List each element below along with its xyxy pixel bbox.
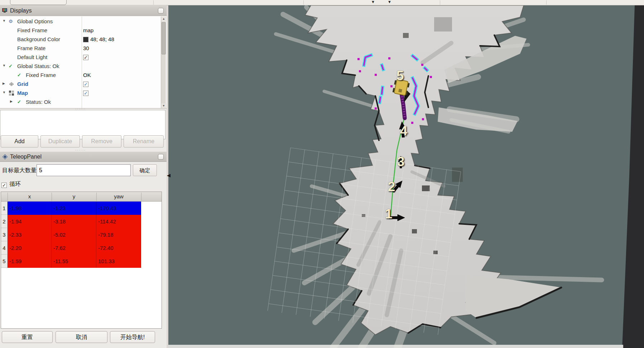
displays-float-button[interactable] (158, 8, 164, 14)
toolbar-separator (546, 0, 547, 5)
displays-panel-titlebar[interactable]: Displays (0, 5, 167, 16)
checkbox-checked[interactable]: ✓ (83, 55, 88, 60)
cell-y[interactable]: -3.18 (52, 215, 96, 228)
toolbar-separator (153, 0, 154, 5)
toolbar-separator (303, 0, 304, 5)
scrollbar-thumb[interactable] (162, 22, 166, 54)
row-label: Default Light (17, 54, 47, 60)
expander-open-icon[interactable]: ▼ (3, 64, 6, 67)
cell-x[interactable]: -2.33 (8, 228, 52, 241)
waypoint-label-3: 3 (397, 154, 405, 169)
cell-yaw[interactable]: -170.43 (96, 202, 141, 215)
goal-count-input[interactable] (37, 164, 131, 176)
table-row[interactable]: 3 -2.33 -5.02 -79.18 (1, 228, 162, 241)
rename-button[interactable]: Rename (124, 135, 164, 148)
cell-yaw[interactable]: -79.18 (96, 228, 141, 241)
table-row[interactable]: 5 -1.59 -11.55 101.33 (1, 255, 162, 268)
teleop-panel-titlebar[interactable]: TeleopPanel (0, 151, 167, 162)
row-label: Grid (17, 81, 28, 87)
row-value[interactable]: 30 (83, 45, 89, 51)
tree-row-background-color[interactable]: Background Color 48; 48; 48 (0, 35, 160, 44)
cell-y[interactable]: -5.02 (52, 228, 96, 241)
row-label: Global Status: Ok (17, 63, 59, 69)
tree-row-global-options[interactable]: ▼ ⚙ Global Options (0, 17, 160, 26)
map-viewport[interactable]: 1 2 3 4 5 (168, 5, 644, 348)
tree-row-fixed-frame-status[interactable]: ✓ Fixed Frame OK (0, 71, 160, 80)
gear-icon: ⚙ (9, 19, 14, 24)
displays-panel-title: Displays (10, 8, 32, 14)
header-yaw[interactable]: yaw (96, 193, 141, 199)
top-toolbar: ▼ ▼ (0, 0, 644, 5)
grid-icon (9, 81, 14, 87)
toolbar-dropdown-icon[interactable]: ▼ (371, 0, 375, 4)
row-label: Global Options (17, 18, 53, 24)
cell-x[interactable]: -1.98 (8, 202, 52, 215)
row-label: Background Color (17, 36, 60, 42)
occupancy-grid-canvas (168, 5, 644, 348)
toolbar-dropdown-icon[interactable]: ▼ (388, 0, 391, 4)
toolbar-separator (440, 0, 440, 5)
cell-yaw[interactable]: -114.42 (96, 215, 141, 228)
row-label: Status: Ok (26, 99, 51, 105)
expander-open-icon[interactable]: ▼ (3, 19, 6, 23)
row-label: Map (17, 90, 28, 96)
table-row[interactable]: 1 -1.98 -1.23 -170.43 (1, 202, 162, 215)
remove-button[interactable]: Remove (82, 135, 121, 148)
waypoint-label-1: 1 (385, 207, 393, 222)
cell-y[interactable]: -11.55 (52, 255, 96, 268)
cell-y[interactable]: -1.23 (52, 202, 96, 215)
displays-tree[interactable]: ▼ ⚙ Global Options Fixed Frame map Backg… (0, 16, 167, 108)
row-value[interactable]: map (83, 27, 93, 33)
cell-yaw[interactable]: -72.40 (96, 241, 141, 255)
toolbar-partial-button[interactable] (10, 0, 67, 5)
scroll-down-icon[interactable]: ▼ (161, 103, 166, 108)
add-button[interactable]: Add (1, 135, 38, 148)
tree-row-grid[interactable]: ▶ Grid ✓ (0, 80, 160, 89)
cancel-button[interactable]: 取消 (56, 331, 107, 343)
displays-empty-area (0, 110, 165, 139)
row-value: ✓ (83, 54, 88, 60)
tree-row-global-status[interactable]: ▼ ✓ Global Status: Ok (0, 62, 160, 71)
loop-checkbox-checked[interactable]: ✓ (1, 183, 7, 188)
start-navigation-button[interactable]: 开始导航! (110, 331, 155, 343)
duplicate-button[interactable]: Duplicate (40, 135, 80, 148)
waypoint-table[interactable]: x y yaw 1 -1.98 -1.23 -170.43 2 -1.94 -3… (1, 192, 162, 329)
loop-checkbox-row[interactable]: ✓循环 (1, 180, 21, 188)
status-ok-check-icon: ✓ (17, 72, 23, 78)
tree-scrollbar[interactable]: ▲ ▼ (161, 16, 166, 108)
header-x[interactable]: x (8, 193, 52, 199)
cell-yaw[interactable]: 101.33 (96, 255, 141, 268)
confirm-button[interactable]: 确定 (133, 164, 157, 176)
left-panel-column: Displays ▼ ⚙ Global Options Fixed Frame … (0, 5, 167, 348)
row-number: 4 (1, 241, 8, 255)
displays-icon (2, 8, 8, 13)
row-value[interactable]: 48; 48; 48 (83, 36, 114, 42)
cell-x[interactable]: -1.59 (8, 255, 52, 268)
cell-x[interactable]: -1.94 (8, 215, 52, 228)
scroll-up-icon[interactable]: ▲ (161, 16, 166, 21)
expander-closed-icon[interactable]: ▶ (10, 100, 13, 103)
expander-open-icon[interactable]: ▼ (3, 91, 6, 94)
waypoint-label-5: 5 (397, 68, 404, 83)
panel-collapse-arrow-icon[interactable]: ◀ (167, 173, 170, 178)
tree-row-fixed-frame[interactable]: Fixed Frame map (0, 26, 160, 35)
tree-row-map[interactable]: ▼ Map ✓ (0, 89, 160, 98)
header-y[interactable]: y (52, 193, 96, 199)
row-number: 1 (1, 202, 8, 215)
checkbox-checked[interactable]: ✓ (83, 91, 88, 96)
tree-row-map-status-clipped[interactable]: ▶ ✓ Status: Ok (0, 98, 160, 107)
reset-button[interactable]: 重置 (2, 331, 53, 343)
table-row[interactable]: 2 -1.94 -3.18 -114.42 (1, 215, 162, 228)
tree-row-default-light[interactable]: Default Light ✓ (0, 53, 160, 62)
status-ok-check-icon: ✓ (17, 99, 23, 105)
checkbox-checked[interactable]: ✓ (83, 82, 88, 87)
cell-y[interactable]: -7.62 (52, 241, 96, 255)
row-number: 5 (1, 255, 8, 268)
color-swatch[interactable] (83, 37, 88, 42)
tree-row-frame-rate[interactable]: Frame Rate 30 (0, 44, 160, 53)
expander-closed-icon[interactable]: ▶ (3, 82, 5, 85)
row-number: 3 (1, 228, 8, 241)
table-row[interactable]: 4 -2.20 -7.62 -72.40 (1, 241, 162, 255)
cell-x[interactable]: -2.20 (8, 241, 52, 255)
teleop-float-button[interactable] (158, 154, 164, 160)
